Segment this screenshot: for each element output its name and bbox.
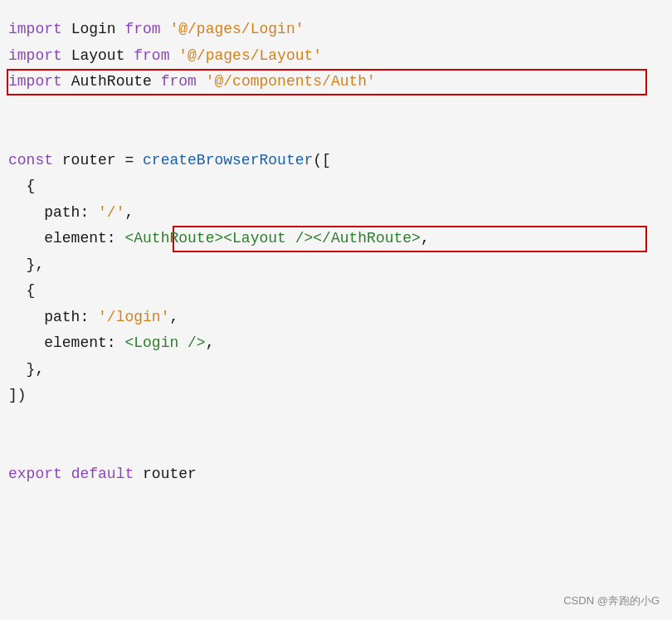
router-close-brace-2: },	[8, 357, 655, 383]
code-container: import Login from '@/pages/Login' import…	[0, 0, 672, 620]
import-name-authroute: AuthRoute	[71, 69, 161, 95]
router-close-brace-1: },	[8, 252, 655, 279]
router-open-brace-2: {	[8, 278, 655, 305]
highlighted-import-wrapper: import AuthRoute from '@/components/Auth…	[8, 69, 655, 95]
keyword-from-1: from	[124, 17, 169, 43]
router-element-2: element: <Login />,	[8, 330, 655, 357]
comma-1: ,	[124, 200, 134, 227]
spacer-2	[8, 121, 655, 148]
import-path-auth: '@/components/Auth'	[206, 69, 376, 95]
export-line: export default router	[8, 461, 655, 488]
keyword-default: default	[71, 461, 143, 488]
export-block: export default router	[8, 461, 655, 488]
func-createBrowserRouter: createBrowserRouter	[143, 148, 313, 174]
keyword-from-3: from	[161, 69, 206, 95]
element-key-2: element:	[8, 330, 124, 357]
imports-block: import Login from '@/pages/Login' import…	[8, 17, 655, 95]
import-name-login: Login	[71, 17, 125, 43]
comma-4: ,	[206, 330, 215, 357]
keyword-from-2: from	[134, 43, 178, 70]
keyword-export: export	[8, 461, 71, 488]
close-bracket: ])	[8, 383, 27, 409]
element-key-1: element:	[8, 226, 124, 252]
keyword-const: const	[8, 148, 62, 174]
import-path-layout: '@/pages/Layout'	[178, 43, 322, 70]
brace-close-2: },	[8, 357, 44, 383]
path-value-2: '/login'	[98, 305, 169, 331]
path-key-2: path:	[8, 305, 98, 331]
import-line-3: import AuthRoute from '@/components/Auth…	[8, 69, 655, 95]
import-line-2: import Layout from '@/pages/Layout'	[8, 43, 655, 70]
spacer-4	[8, 435, 655, 461]
element-value-2: <Login />	[124, 330, 205, 357]
equals: =	[124, 148, 143, 174]
spacer-1	[8, 95, 655, 122]
import-path-login: '@/pages/Login'	[169, 17, 304, 43]
path-value-1: '/'	[98, 200, 124, 227]
path-key-1: path:	[8, 200, 98, 227]
brace-open-1: {	[8, 173, 35, 200]
brace-close-1: },	[8, 252, 44, 279]
router-open-brace-1: {	[8, 173, 655, 200]
keyword-import-3: import	[8, 69, 71, 95]
keyword-import-2: import	[8, 43, 71, 70]
router-path-1: path: '/',	[8, 200, 655, 227]
router-path-2: path: '/login',	[8, 305, 655, 331]
export-router: router	[143, 461, 197, 488]
comma-3: ,	[169, 305, 178, 331]
brace-open-2: {	[8, 278, 35, 305]
router-const-line: const router = createBrowserRouter([	[8, 148, 655, 174]
router-close-bracket: ])	[8, 383, 655, 409]
import-line-1: import Login from '@/pages/Login'	[8, 17, 655, 43]
highlighted-element-wrapper: element: <AuthRoute><Layout /></AuthRout…	[8, 226, 655, 252]
router-element-1: element: <AuthRoute><Layout /></AuthRout…	[8, 226, 655, 252]
router-block: const router = createBrowserRouter([ { p…	[8, 148, 655, 409]
comma-2: ,	[421, 226, 430, 252]
spacer-3	[8, 409, 655, 436]
import-name-layout: Layout	[71, 43, 134, 70]
var-router: router	[62, 148, 125, 174]
keyword-import-1: import	[8, 17, 71, 43]
open-bracket: ([	[313, 148, 331, 174]
watermark: CSDN @奔跑的小G	[563, 593, 660, 610]
element-value-1: <AuthRoute><Layout /></AuthRoute>	[124, 226, 420, 252]
